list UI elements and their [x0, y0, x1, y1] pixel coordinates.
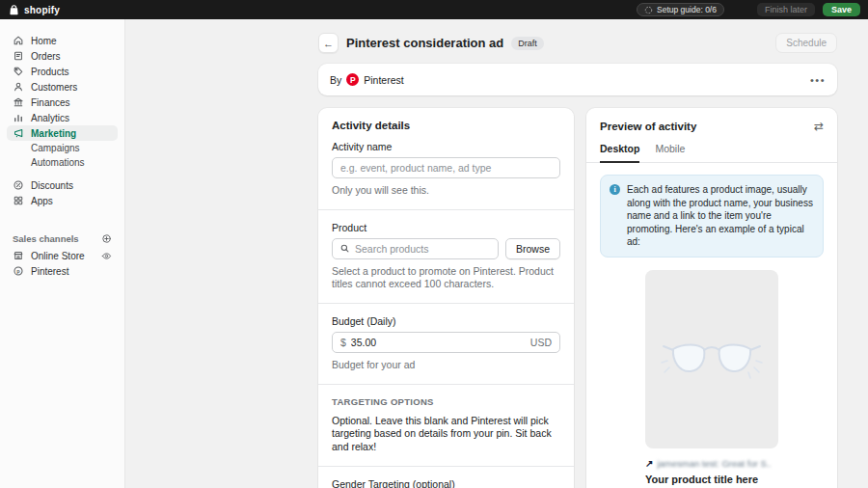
page-header: Pinterest consideration ad Draft Schedul…	[318, 33, 837, 53]
info-banner-text: Each ad features a product image, usuall…	[627, 183, 814, 249]
currency-prefix: $	[340, 337, 346, 348]
pinterest-logo-icon	[346, 73, 359, 86]
info-icon	[610, 184, 620, 195]
product-image-placeholder	[645, 270, 778, 448]
more-actions-icon[interactable]	[810, 74, 826, 86]
marketing-megaphone-icon	[13, 127, 24, 139]
svg-text:p: p	[16, 268, 20, 274]
shopify-logo[interactable]: shopify	[8, 4, 60, 16]
activity-name-label: Activity name	[332, 141, 560, 152]
apps-grid-icon	[13, 195, 24, 206]
sunglasses-illustration	[659, 331, 765, 387]
gender-targeting-label: Gender Targeting (optional)	[332, 478, 560, 488]
budget-label: Budget (Daily)	[332, 315, 560, 327]
product-label: Product	[332, 222, 560, 233]
external-arrow-icon	[645, 458, 653, 469]
ad-product-title: Your product title here	[645, 474, 778, 485]
ad-link-text: jamesman test: Great for S...	[657, 458, 771, 469]
setup-guide-button[interactable]: Setup guide: 0/6	[637, 3, 724, 16]
analytics-bars-icon	[13, 112, 24, 123]
budget-field: $ USD	[332, 332, 560, 353]
preview-card: Preview of activity Desktop Mobile Each …	[586, 108, 837, 488]
tab-desktop[interactable]: Desktop	[600, 143, 639, 163]
browse-button[interactable]: Browse	[505, 238, 560, 259]
ad-preview: jamesman test: Great for S... Your produ…	[645, 270, 778, 488]
sidebar-item-pinterest[interactable]: p Pinterest	[7, 263, 118, 279]
back-button[interactable]	[318, 33, 339, 53]
sidebar-item-finances[interactable]: Finances	[7, 95, 118, 110]
sidebar-item-online-store[interactable]: Online Store	[7, 248, 118, 263]
orders-icon	[13, 50, 24, 62]
sidebar-item-automations[interactable]: Automations	[7, 155, 118, 170]
online-store-icon	[13, 250, 24, 261]
sidebar-item-discounts[interactable]: Discounts	[7, 177, 118, 193]
sidebar-item-home[interactable]: Home	[7, 33, 118, 48]
info-banner: Each ad features a product image, usuall…	[600, 175, 824, 258]
setup-guide-label: Setup guide: 0/6	[657, 5, 717, 14]
targeting-options-header: TARGETING OPTIONS	[332, 396, 560, 407]
sidebar-item-campaigns[interactable]: Campaigns	[7, 141, 118, 155]
product-help: Select a product to promote on Pinterest…	[332, 265, 560, 291]
search-icon	[339, 243, 350, 254]
sales-channels-header: Sales channels	[7, 231, 118, 246]
sidebar-item-products[interactable]: Products	[7, 64, 118, 79]
budget-help: Budget for your ad	[332, 359, 560, 372]
activity-details-card: Activity details Activity name Only you …	[318, 108, 574, 488]
byline-brand: Pinterest	[364, 74, 403, 86]
preview-title: Preview of activity	[600, 121, 696, 132]
sidebar-item-customers[interactable]: Customers	[7, 79, 118, 95]
shopify-bag-icon	[8, 4, 20, 16]
byline-prefix: By	[330, 74, 341, 86]
discounts-percent-icon	[13, 179, 24, 191]
status-badge: Draft	[511, 37, 544, 50]
refresh-preview-icon[interactable]	[814, 120, 824, 133]
page-title: Pinterest consideration ad	[346, 36, 503, 50]
schedule-button[interactable]: Schedule	[775, 33, 837, 53]
sidebar-item-orders[interactable]: Orders	[7, 48, 118, 64]
pinterest-channel-icon: p	[13, 265, 24, 277]
sidebar-item-analytics[interactable]: Analytics	[7, 110, 118, 125]
save-button[interactable]: Save	[823, 3, 860, 16]
topbar: shopify Setup guide: 0/6 Finish later Sa…	[0, 0, 868, 19]
sidebar: Home Orders Products Customers Finances …	[0, 19, 125, 488]
sidebar-item-apps[interactable]: Apps	[7, 193, 118, 208]
tab-mobile[interactable]: Mobile	[655, 143, 685, 162]
byline-card: By Pinterest	[318, 64, 837, 95]
activity-name-help: Only you will see this.	[332, 184, 560, 198]
ad-link-row: jamesman test: Great for S...	[645, 458, 778, 469]
preview-tabs: Desktop Mobile	[586, 133, 837, 163]
home-icon	[13, 35, 24, 46]
finish-later-button[interactable]: Finish later	[757, 3, 815, 16]
activity-details-title: Activity details	[332, 120, 560, 131]
shopify-wordmark: shopify	[24, 5, 60, 15]
currency-code: USD	[530, 337, 552, 348]
view-store-eye-icon[interactable]	[101, 251, 112, 261]
progress-circle-icon	[644, 6, 653, 14]
products-tag-icon	[13, 66, 24, 77]
product-search-field	[332, 238, 499, 259]
product-search-input[interactable]	[355, 243, 491, 255]
sidebar-divider-gap	[0, 170, 124, 177]
customers-person-icon	[13, 81, 24, 93]
activity-name-input[interactable]	[332, 157, 560, 178]
budget-input[interactable]	[351, 337, 526, 348]
finances-bank-icon	[13, 96, 24, 108]
add-sales-channel-icon[interactable]	[101, 233, 112, 244]
sidebar-item-marketing[interactable]: Marketing	[7, 125, 118, 141]
main-area: Pinterest consideration ad Draft Schedul…	[125, 19, 868, 488]
targeting-description: Optional. Leave this blank and Pinterest…	[332, 415, 560, 455]
